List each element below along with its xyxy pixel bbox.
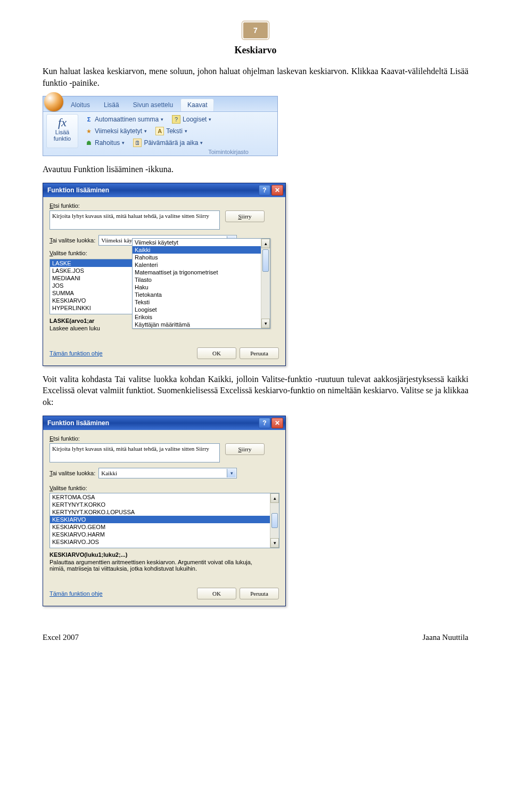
dropdown-item[interactable]: Matemaattiset ja trigonometriset — [133, 269, 270, 276]
datetime-label: Päivämäärä ja aika — [144, 139, 198, 147]
category-label: Tai valitse luokka: — [50, 237, 95, 243]
dropdown-item[interactable]: Loogiset — [133, 306, 270, 313]
list-item[interactable]: MEDIAANI — [50, 274, 133, 282]
dropdown-item[interactable]: Kaikki — [133, 246, 270, 254]
search-label: Etsi funktio: — [50, 435, 279, 442]
chevron-down-icon: ▾ — [200, 140, 203, 145]
dropdown-item[interactable]: Haku — [133, 283, 270, 291]
financial-icon: ☗ — [85, 139, 93, 147]
category-combo[interactable]: Kaikki ▾ — [98, 468, 237, 478]
dropdown-item[interactable]: Erikois — [133, 313, 270, 321]
function-help-link[interactable]: Tämän funktion ohje — [50, 350, 103, 356]
combo-chevron-icon[interactable]: ▾ — [227, 469, 236, 477]
cancel-button[interactable]: Peruuta — [240, 588, 279, 599]
search-label: Etsi funktio: — [50, 202, 279, 209]
help-button[interactable]: ? — [259, 418, 270, 428]
category-dropdown-list[interactable]: Viimeksi käytetytKaikkiRahoitusKalenteri… — [132, 238, 270, 329]
list-item[interactable]: LASKE — [50, 259, 133, 267]
category-value: Kaikki — [101, 470, 117, 476]
list-item[interactable]: KESKIARVO — [50, 516, 279, 523]
scroll-down-icon[interactable]: ▾ — [270, 538, 279, 548]
tab-home[interactable]: Aloitus — [64, 99, 96, 111]
text-icon: A — [155, 127, 164, 135]
dropdown-item[interactable]: Kalenteri — [133, 261, 270, 269]
go-button[interactable]: Siirry — [225, 210, 265, 222]
insert-function-dialog-2: Funktion lisääminen ? ✕ Etsi funktio: Ki… — [43, 416, 286, 606]
tab-pagelayout[interactable]: Sivun asettelu — [127, 99, 179, 111]
dropdown-item[interactable]: Tietokanta — [133, 291, 270, 298]
function-help-link[interactable]: Tämän funktion ohje — [50, 590, 103, 597]
scroll-up-icon[interactable]: ▴ — [270, 493, 279, 503]
list-item[interactable]: KESKIARVO.HARM — [50, 531, 279, 538]
function-signature: KESKIARVO(luku1;luku2;...) — [50, 551, 279, 558]
insert-function-label-1: Lisää — [55, 129, 69, 135]
chevron-down-icon: ▾ — [185, 128, 187, 134]
close-button[interactable]: ✕ — [271, 185, 283, 196]
ribbon-group-label: Toimintokirjasto — [208, 149, 249, 155]
help-button[interactable]: ? — [259, 185, 270, 196]
list-item[interactable]: KESKIARVO — [50, 297, 133, 304]
list-item[interactable]: KERTOMA.OSA — [50, 493, 279, 501]
scroll-down-icon[interactable]: ▾ — [261, 319, 270, 328]
autosum-button[interactable]: Σ Automaattinen summa ▾ — [83, 114, 166, 125]
recent-label: Viimeksi käytetyt — [95, 127, 142, 135]
list-item[interactable]: KESKIARVO.GEOM — [50, 523, 279, 531]
list-item[interactable]: KESKIARVO.JOS — [50, 538, 279, 546]
financial-label: Rahoitus — [95, 139, 120, 147]
dropdown-item[interactable]: Käyttäjän määrittämä — [133, 321, 270, 328]
list-item[interactable]: HYPERLINKKI — [50, 304, 133, 312]
list-item[interactable]: SUMMA — [50, 289, 133, 297]
dialog-title: Funktion lisääminen — [47, 186, 109, 194]
cancel-button[interactable]: Peruuta — [240, 347, 279, 359]
search-input[interactable]: Kirjoita lyhyt kuvaus siitä, mitä haluat… — [50, 210, 220, 230]
scroll-up-icon[interactable]: ▴ — [261, 239, 270, 248]
chevron-down-icon: ▾ — [144, 128, 147, 134]
scroll-thumb[interactable] — [262, 249, 269, 272]
paragraph-2: Avautuu Funktion lisääminen -ikkuna. — [43, 164, 468, 175]
financial-button[interactable]: ☗ Rahoitus ▾ — [83, 137, 127, 148]
dialog-titlebar[interactable]: Funktion lisääminen ? ✕ — [43, 416, 285, 430]
dialog-titlebar[interactable]: Funktion lisääminen ? ✕ — [43, 183, 285, 197]
function-description: Palauttaa argumenttien aritmeettisen kes… — [50, 559, 268, 572]
tab-formulas[interactable]: Kaavat — [180, 99, 214, 111]
ok-button[interactable]: OK — [197, 588, 236, 599]
ok-button[interactable]: OK — [197, 347, 236, 359]
section-heading: Keskiarvo — [43, 45, 468, 56]
go-button[interactable]: Siirry — [225, 443, 265, 455]
list-item[interactable]: KERTYNYT.KORKO.LOPUSSA — [50, 508, 279, 516]
list-item[interactable]: JOS — [50, 282, 133, 289]
listbox-scrollbar[interactable]: ▴ ▾ — [270, 493, 279, 548]
text-button[interactable]: A Teksti ▾ — [153, 126, 190, 136]
text-label: Teksti — [166, 127, 183, 135]
search-input[interactable]: Kirjoita lyhyt kuvaus siitä, mitä haluat… — [50, 443, 220, 462]
datetime-icon: 🗓 — [133, 139, 142, 147]
datetime-button[interactable]: 🗓 Päivämäärä ja aika ▾ — [130, 137, 205, 148]
autosum-label: Automaattinen summa — [95, 116, 159, 123]
recent-icon: ★ — [85, 127, 93, 135]
tab-insert[interactable]: Lisää — [97, 99, 126, 111]
excel-ribbon: Aloitus Lisää Sivun asettelu Kaavat fx L… — [43, 96, 278, 156]
insert-function-label-2: funktio — [54, 135, 71, 142]
function-listbox[interactable]: KERTOMA.OSAKERTYNYT.KORKOKERTYNYT.KORKO.… — [50, 493, 279, 548]
dropdown-item[interactable]: Rahoitus — [133, 254, 270, 261]
scroll-thumb[interactable] — [271, 513, 278, 528]
chevron-down-icon: ▾ — [122, 140, 125, 145]
office-button[interactable] — [44, 92, 63, 111]
logical-button[interactable]: ? Loogiset ▾ — [169, 114, 214, 125]
select-function-label: Valitse funktio: — [50, 485, 279, 491]
category-label: Tai valitse luokka: — [50, 470, 95, 476]
logical-label: Loogiset — [183, 116, 207, 123]
function-listbox[interactable]: LASKELASKE.JOSMEDIAANIJOSSUMMAKESKIARVOH… — [50, 259, 133, 314]
list-item[interactable]: LASKE.JOS — [50, 267, 133, 274]
dropdown-scrollbar[interactable]: ▴ ▾ — [261, 239, 270, 328]
page-number-badge: 7 — [242, 21, 269, 39]
dropdown-item[interactable]: Tilasto — [133, 276, 270, 283]
dialog-title: Funktion lisääminen — [47, 419, 109, 427]
recent-button[interactable]: ★ Viimeksi käytetyt ▾ — [83, 126, 150, 136]
paragraph-3: Voit valita kohdasta Tai valitse luokka … — [43, 373, 468, 408]
dropdown-item[interactable]: Viimeksi käytetyt — [133, 239, 270, 246]
insert-function-button[interactable]: fx Lisää funktio — [46, 114, 78, 148]
dropdown-item[interactable]: Teksti — [133, 298, 270, 306]
close-button[interactable]: ✕ — [271, 418, 283, 428]
list-item[interactable]: KERTYNYT.KORKO — [50, 501, 279, 508]
